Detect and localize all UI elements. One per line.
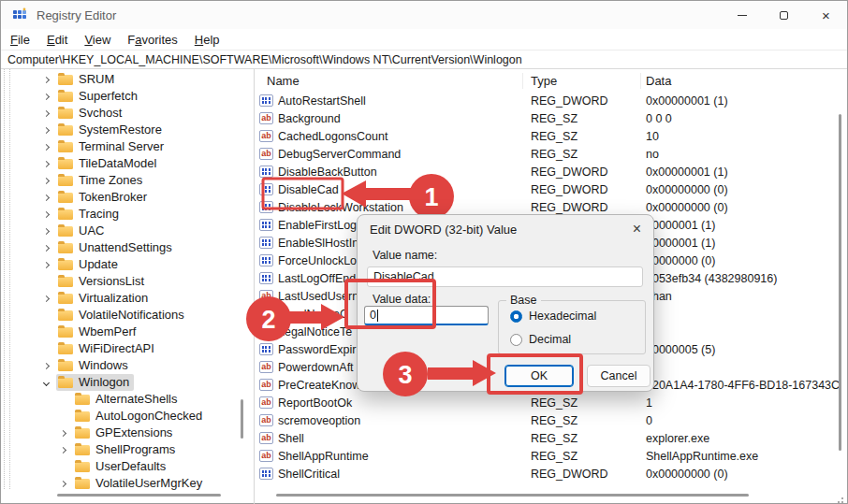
tree-item-label: GPExtensions	[95, 425, 172, 439]
tree-item[interactable]: TokenBroker	[1, 189, 254, 206]
value-type: REG_SZ	[523, 112, 641, 125]
reg-type-icon	[259, 396, 273, 409]
registry-value-row[interactable]: CachedLogonsCount REG_SZ 10	[255, 127, 847, 145]
tree-item[interactable]: VolatileUserMgrKey	[1, 475, 254, 492]
tree-horizontal-scrollbar[interactable]	[57, 494, 221, 497]
column-header-type[interactable]: Type	[523, 73, 641, 89]
tree-item[interactable]: Windows	[1, 357, 254, 374]
tree-item[interactable]: TileDataModel	[1, 155, 254, 172]
tree-item[interactable]: WbemPerf	[1, 324, 254, 340]
tree-item[interactable]: Time Zones	[1, 172, 254, 189]
tree-item[interactable]: SRUM	[1, 71, 254, 88]
value-data: 0	[641, 414, 847, 427]
list-horizontal-scrollbar[interactable]	[276, 494, 749, 497]
tree-item-label: VersionsList	[79, 274, 144, 288]
ok-button[interactable]: OK	[504, 365, 574, 387]
value-data: no	[641, 148, 847, 161]
column-header-name[interactable]: Name	[255, 73, 523, 89]
tree-vertical-scrollbar[interactable]	[241, 399, 243, 439]
registry-value-row[interactable]: ReportBootOk REG_SZ 1	[255, 394, 847, 411]
chevron-icon[interactable]	[43, 295, 50, 301]
chevron-icon[interactable]	[43, 210, 50, 217]
tree-item-label: Terminal Server	[79, 139, 164, 153]
tree-item[interactable]: GPExtensions	[1, 425, 254, 441]
folder-icon	[58, 193, 73, 203]
radio-unselected-icon	[510, 334, 522, 346]
tree-item[interactable]: Update	[1, 256, 254, 273]
tree-item[interactable]: Superfetch	[1, 88, 254, 105]
menu-item[interactable]: View	[76, 31, 119, 49]
value-name: DisableBackButton	[278, 166, 377, 179]
registry-value-row[interactable]: Background REG_SZ 0 0 0	[255, 109, 847, 127]
tree-item[interactable]: AlternateShells	[1, 391, 254, 408]
tree-item[interactable]: WiFiDirectAPI	[1, 340, 254, 357]
tree-item-label: Svchost	[79, 106, 122, 120]
chevron-icon[interactable]	[43, 93, 50, 99]
registry-value-row[interactable]: DisableBackButton REG_DWORD 0x00000001 (…	[255, 163, 847, 180]
chevron-icon[interactable]	[60, 429, 66, 436]
maximize-button[interactable]	[763, 1, 805, 29]
tree-item[interactable]: Virtualization	[1, 290, 254, 307]
address-bar[interactable]: Computer\HKEY_LOCAL_MACHINE\SOFTWARE\Mic…	[1, 50, 847, 69]
tree-item[interactable]: Svchost	[1, 105, 254, 122]
value-data: 0 0 0	[641, 112, 847, 125]
radio-hexadecimal[interactable]: Hexadecimal	[510, 310, 596, 323]
tree-item[interactable]: VolatileNotifications	[1, 307, 254, 324]
title-bar: Registry Editor ×	[1, 1, 847, 29]
window-title: Registry Editor	[37, 8, 116, 22]
tree-item[interactable]: AutoLogonChecked	[1, 408, 254, 425]
menu-item[interactable]: Favorites	[119, 31, 185, 49]
registry-value-row[interactable]: DisableCad REG_DWORD 0x00000000 (0)	[255, 180, 847, 198]
chevron-icon[interactable]	[43, 160, 50, 166]
tree-item-label: UnattendSettings	[79, 240, 172, 254]
chevron-icon[interactable]	[43, 362, 50, 368]
tree-item[interactable]: ShellPrograms	[1, 441, 254, 458]
list-vertical-scrollbar[interactable]	[839, 114, 841, 451]
menu-item[interactable]: Help	[186, 31, 228, 49]
registry-value-row[interactable]: AutoRestartShell REG_DWORD 0x00000001 (1…	[255, 92, 847, 109]
chevron-icon[interactable]	[43, 76, 50, 82]
tree-item[interactable]: UserDefaults	[1, 458, 254, 475]
close-button[interactable]: ×	[805, 1, 847, 29]
chevron-icon[interactable]	[43, 227, 50, 234]
chevron-icon[interactable]	[43, 126, 50, 133]
tree-item[interactable]: UnattendSettings	[1, 239, 254, 256]
tree-item[interactable]: SystemRestore	[1, 122, 254, 138]
registry-value-row[interactable]: scremoveoption REG_SZ 0	[255, 411, 847, 429]
registry-editor-app-icon	[12, 7, 27, 22]
registry-value-row[interactable]: Shell REG_SZ explorer.exe	[255, 429, 847, 447]
value-name: PasswordExpir	[278, 343, 356, 356]
chevron-icon[interactable]	[43, 143, 50, 150]
registry-value-row[interactable]: ShellAppRuntime REG_SZ ShellAppRuntime.e…	[255, 447, 847, 465]
value-name-field[interactable]: DisableCad	[367, 266, 643, 287]
column-header-data[interactable]: Data	[641, 73, 847, 89]
tree-item[interactable]: UAC	[1, 223, 254, 239]
chevron-icon[interactable]	[43, 244, 50, 251]
chevron-icon[interactable]	[43, 261, 50, 267]
tree-item[interactable]: Tracing	[1, 206, 254, 223]
folder-icon	[58, 75, 73, 85]
chevron-icon[interactable]	[43, 109, 50, 116]
chevron-icon[interactable]	[60, 480, 66, 486]
dialog-close-icon[interactable]: ×	[633, 221, 641, 238]
resize-grip[interactable]	[841, 497, 843, 499]
menu-item[interactable]: Edit	[38, 31, 76, 49]
value-data: 0x00000001 (1)	[641, 166, 847, 179]
chevron-icon[interactable]	[43, 379, 50, 385]
tree-item[interactable]: Terminal Server	[1, 138, 254, 155]
value-data: 0x00000001 (1)	[641, 94, 847, 108]
tree-item[interactable]: Winlogon	[1, 374, 254, 391]
chevron-icon[interactable]	[43, 177, 50, 183]
tree-item-label: UserDefaults	[95, 459, 166, 473]
cancel-button[interactable]: Cancel	[587, 365, 651, 387]
minimize-button[interactable]	[721, 1, 763, 29]
radio-decimal[interactable]: Decimal	[510, 333, 571, 346]
tree-item[interactable]: VersionsList	[1, 273, 254, 290]
registry-value-row[interactable]: DebugServerCommand REG_SZ no	[255, 145, 847, 163]
chevron-icon[interactable]	[43, 194, 50, 200]
menu-item[interactable]: File	[2, 31, 38, 49]
chevron-icon[interactable]	[60, 446, 66, 453]
registry-value-row[interactable]: ShellCritical REG_DWORD 0x00000000 (0)	[255, 465, 847, 482]
tree-item-label: Virtualization	[79, 291, 148, 305]
value-data-input[interactable]: 0	[364, 306, 489, 325]
